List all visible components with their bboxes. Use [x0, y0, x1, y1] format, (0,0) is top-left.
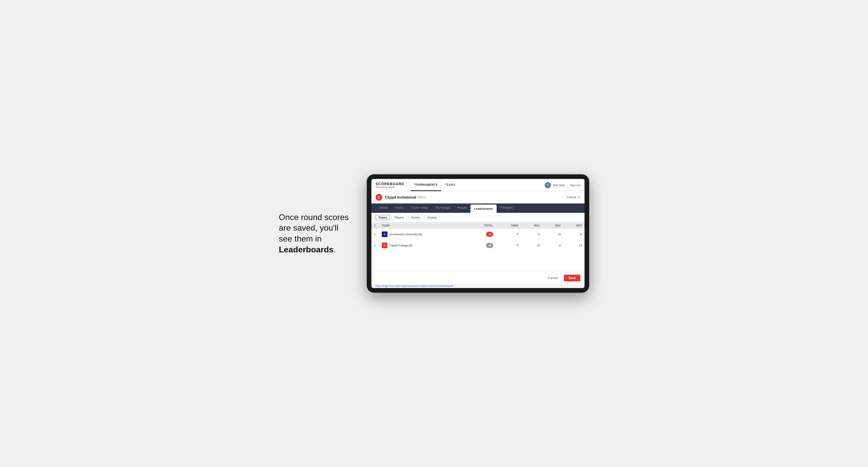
col-rd1: RD1 — [521, 222, 542, 229]
table-row: 1 S Scoreboard University [A] -5 F — [371, 229, 585, 240]
row2-rank: 2 — [371, 240, 379, 251]
footer-save-button[interactable]: Save — [564, 275, 580, 281]
logo-subtitle: Powered by clippd — [376, 186, 404, 188]
tournament-header: C Clippd Invitational (Men) Cancel ✕ — [371, 191, 585, 204]
footer-cancel-button[interactable]: Cancel — [545, 275, 561, 281]
tab-course-setup[interactable]: Course Setup — [407, 204, 432, 213]
tournament-subtitle: (Men) — [418, 195, 426, 199]
tournament-title: Clippd Invitational — [385, 195, 416, 199]
tablet-frame: SCOREBOARD Powered by clippd TOURNAMENTS… — [367, 174, 589, 293]
close-icon: ✕ — [577, 195, 580, 199]
row1-rd3: -6 — [563, 229, 585, 240]
url-text: https://stage-blue-coach.stagesscoreboar… — [376, 285, 454, 287]
sidebar-text-bold: Leaderboards — [279, 245, 334, 254]
row2-rd3: +3 — [563, 240, 585, 251]
row1-rank: 1 — [371, 229, 379, 240]
sidebar-text-after: . — [334, 245, 336, 254]
logo-title: SCOREBOARD — [376, 182, 404, 186]
col-rd3: RD3 — [563, 222, 585, 229]
col-team: TEAM — [379, 222, 468, 229]
nav-divider: | — [567, 184, 568, 187]
tab-results[interactable]: Results — [454, 204, 470, 213]
tab-details[interactable]: Details — [376, 204, 392, 213]
filter-scores-button[interactable]: Scores — [408, 215, 423, 220]
logo-subtitle-prefix: Powered by — [376, 186, 388, 188]
nav-item-tournaments[interactable]: TOURNAMENTS — [410, 179, 441, 191]
tab-teams[interactable]: Teams — [392, 204, 407, 213]
logo-area: SCOREBOARD Powered by clippd — [376, 182, 404, 188]
tablet-screen: SCOREBOARD Powered by clippd TOURNAMENTS… — [371, 179, 585, 288]
row1-team-name: Scoreboard University [A] — [390, 233, 422, 236]
row2-score-badge: +3 — [486, 243, 493, 248]
sub-nav: Details Teams Course Setup Tee Groups Re… — [371, 204, 585, 213]
main-nav-items: TOURNAMENTS TEAMS — [410, 179, 459, 191]
row2-rd2: -8 — [542, 240, 564, 251]
row1-thru: F — [496, 229, 521, 240]
col-rank: # — [371, 222, 379, 229]
content-area: Teams Players Scores Strokes # TEAM TOTA… — [371, 213, 585, 251]
url-bar: https://stage-blue-coach.stagesscoreboar… — [371, 284, 585, 288]
tournament-cancel-button[interactable]: Cancel ✕ — [567, 195, 580, 199]
user-avatar: S — [545, 182, 551, 188]
row2-team-logo: C — [382, 243, 388, 248]
cancel-label: Cancel — [567, 195, 576, 199]
row1-total: -5 — [468, 229, 496, 240]
table-row: 2 C Clippd College [A] +3 F — [371, 240, 585, 251]
row2-team-name: Clippd College [A] — [390, 244, 412, 247]
row1-rd1: -4 — [521, 229, 542, 240]
tournament-icon: C — [376, 194, 382, 201]
row1-team-logo: S — [382, 231, 388, 237]
row2-total: +3 — [468, 240, 496, 251]
sidebar-description: Once round scores are saved, you'll see … — [279, 212, 351, 255]
logo-brand: clippd — [388, 186, 394, 188]
filter-players-button[interactable]: Players — [392, 215, 407, 220]
spacer — [371, 251, 585, 272]
footer: Cancel Save — [371, 272, 585, 284]
row2-team: C Clippd College [A] — [379, 240, 468, 251]
sign-out-link[interactable]: Sign out — [570, 184, 580, 187]
filter-bar: Teams Players Scores Strokes — [371, 213, 585, 222]
user-name: Test User — [553, 184, 565, 187]
nav-item-teams[interactable]: TEAMS — [441, 179, 459, 191]
nav-right: S Test User | Sign out — [545, 182, 580, 188]
col-rd2: RD2 — [542, 222, 564, 229]
filter-strokes-button[interactable]: Strokes — [425, 215, 440, 220]
row2-thru: F — [496, 240, 521, 251]
row2-rd1: +8 — [521, 240, 542, 251]
leaderboard-table: # TEAM TOTAL THRU RD1 RD2 RD3 1 — [371, 222, 585, 251]
row1-score-badge: -5 — [486, 232, 493, 237]
col-thru: THRU — [496, 222, 521, 229]
sidebar-text-before: Once round scores are saved, you'll see … — [279, 213, 349, 243]
tab-printables[interactable]: Printables — [497, 204, 517, 213]
top-nav: SCOREBOARD Powered by clippd TOURNAMENTS… — [371, 179, 585, 191]
tab-tee-groups[interactable]: Tee Groups — [432, 204, 454, 213]
tab-leaderboards[interactable]: Leaderboards — [470, 205, 497, 213]
row1-team: S Scoreboard University [A] — [379, 229, 468, 240]
filter-teams-button[interactable]: Teams — [376, 215, 390, 220]
row1-rd2: +5 — [542, 229, 564, 240]
col-total: TOTAL — [468, 222, 496, 229]
